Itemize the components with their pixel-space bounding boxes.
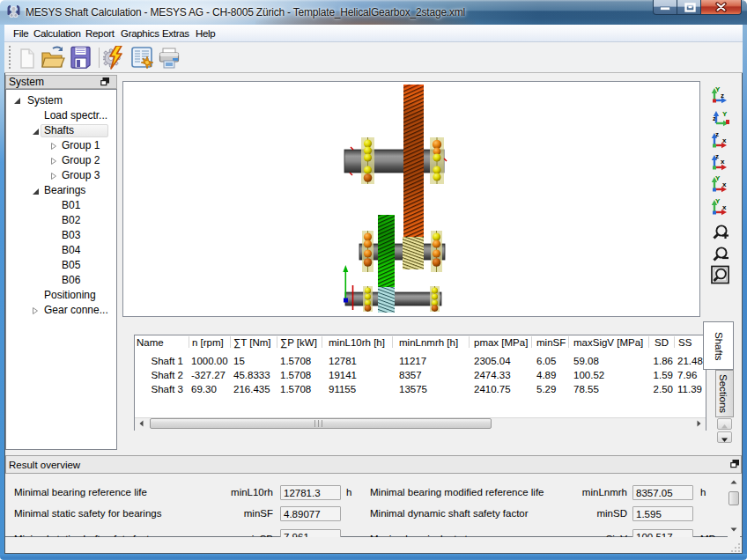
svg-text:Y: Y xyxy=(722,110,728,118)
svg-text:x: x xyxy=(722,136,727,144)
svg-text:x: x xyxy=(722,181,727,188)
svg-text:x: x xyxy=(722,203,727,211)
svg-text:z: z xyxy=(721,92,724,99)
svg-text:x: x xyxy=(721,158,725,166)
